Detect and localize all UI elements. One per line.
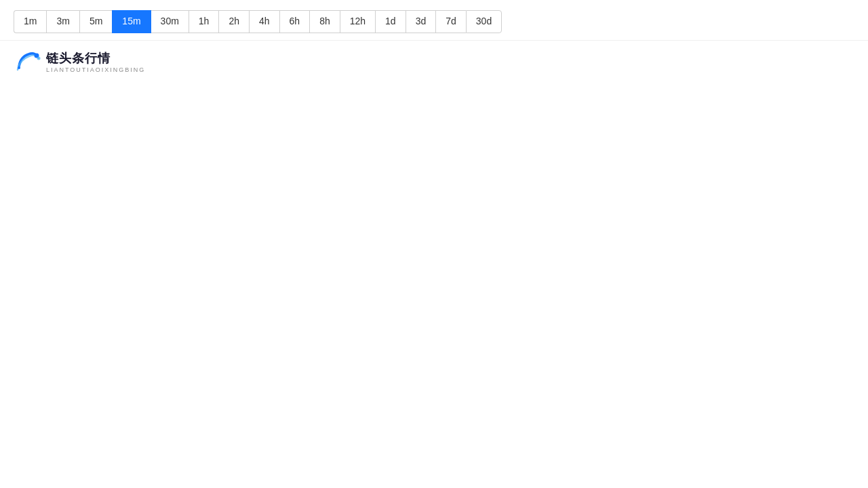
time-btn-4h[interactable]: 4h — [249, 10, 279, 33]
svg-point-1 — [37, 56, 41, 60]
logo-text-area: 链头条行情 LIANTOUTIAOIXINGBING — [46, 50, 145, 73]
time-btn-3d[interactable]: 3d — [406, 10, 436, 33]
logo-sub-text: LIANTOUTIAOIXINGBING — [46, 66, 145, 73]
time-btn-1d[interactable]: 1d — [375, 10, 406, 33]
time-btn-30d[interactable]: 30d — [466, 10, 502, 33]
time-btn-30m[interactable]: 30m — [151, 10, 189, 33]
svg-point-2 — [18, 66, 20, 69]
logo-icon — [14, 47, 42, 76]
logo-area: 链头条行情 LIANTOUTIAOIXINGBING — [0, 47, 868, 76]
time-btn-7d[interactable]: 7d — [435, 10, 466, 33]
time-btn-8h[interactable]: 8h — [309, 10, 340, 33]
logo-container: 链头条行情 LIANTOUTIAOIXINGBING — [14, 47, 145, 76]
logo-main-text: 链头条行情 — [46, 50, 145, 66]
time-btn-12h[interactable]: 12h — [340, 10, 375, 33]
time-btn-6h[interactable]: 6h — [279, 10, 310, 33]
time-btn-1h[interactable]: 1h — [189, 10, 219, 33]
time-btn-3m[interactable]: 3m — [46, 10, 79, 33]
time-btn-2h[interactable]: 2h — [218, 10, 249, 33]
time-btn-5m[interactable]: 5m — [79, 10, 112, 33]
time-btn-1m[interactable]: 1m — [14, 10, 46, 33]
time-btn-15m[interactable]: 15m — [112, 10, 151, 33]
top-bar: 1m3m5m15m30m1h2h4h6h8h12h1d3d7d30d — [0, 0, 868, 41]
time-buttons-group: 1m3m5m15m30m1h2h4h6h8h12h1d3d7d30d — [14, 10, 502, 33]
main-content — [0, 76, 868, 89]
